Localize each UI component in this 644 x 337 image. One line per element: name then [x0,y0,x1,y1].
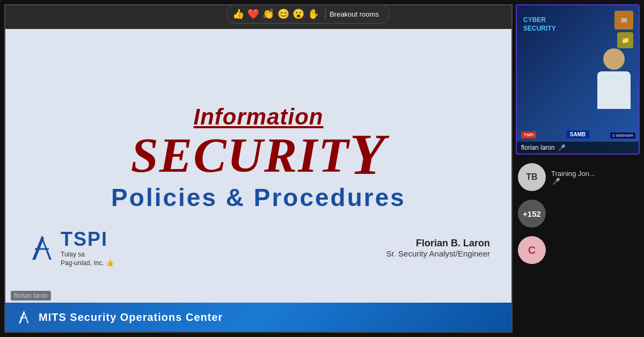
tspi-logo: TSPI Tulay sa Pag-unlad, Inc. 👍 [27,228,114,267]
tspi-tagline-line1: Tulay sa [61,251,114,259]
presenter-title: Sr. Security Analyst/Engineer [386,249,490,258]
slide-bottom: TSPI Tulay sa Pag-unlad, Inc. 👍 Florian … [27,228,490,273]
presenter-name: Florian B. Laron [386,238,490,249]
folder-icon-overlay: 📁 [617,32,633,48]
webinar-badge: S WEBINAR [610,133,635,138]
mic-icon-florian: 🎤 [558,144,566,151]
participant-name-bar-florian: florian laron 🎤 [517,142,639,153]
main-container: 👍 ❤️ 👏 😊 😮 ✋ Breakout rooms Information … [0,0,644,337]
avatar-plus152: +152 [518,200,546,228]
cyber-security-overlay: CYBER SECURITY [523,16,556,32]
breakout-rooms-button[interactable]: Breakout rooms [325,9,383,19]
tspi-text-block: TSPI Tulay sa Pag-unlad, Inc. 👍 [61,228,114,267]
wow-emoji[interactable]: 😮 [292,8,304,20]
participant-item-c[interactable]: C [516,232,640,268]
samb-badge: SAMB [566,130,589,138]
slide-title-security: SECURITY [131,130,386,179]
avatar-tb: TB [518,163,546,191]
presenter-info: Florian B. Laron Sr. Security Analyst/En… [386,238,490,258]
slide-content: Information SECURITY Policies & Procedur… [5,29,511,332]
right-panel: CYBER SECURITY ✉ 📁 TSPI SAMB [513,0,644,337]
presentation-area: 👍 ❤️ 👏 😊 😮 ✋ Breakout rooms Information … [4,4,513,333]
slide-title-information: Information [194,104,324,130]
video-overlay: CYBER SECURITY ✉ 📁 TSPI SAMB [517,5,639,153]
slide-banner: MITS Security Operations Center [5,303,511,332]
tspi-badge: TSPI [521,131,536,138]
mic-icon-tb: 🎤 [552,178,595,185]
person-figure [597,48,631,109]
tspi-tagline-line2: Pag-unlad, Inc. 👍 [61,259,114,268]
thumbs-up-emoji[interactable]: 👍 [232,8,244,20]
reaction-bar: 👍 ❤️ 👏 😊 😮 ✋ Breakout rooms [225,4,390,24]
participants-area: TB Training Jon... 🎤 +152 C [516,155,640,333]
smile-emoji[interactable]: 😊 [277,8,289,20]
participant-item-tb[interactable]: TB Training Jon... 🎤 [516,159,640,195]
clap-emoji[interactable]: 👏 [262,8,274,20]
heart-emoji[interactable]: ❤️ [247,8,259,20]
raise-hand-emoji[interactable]: ✋ [308,8,319,20]
participant-item-plus152[interactable]: +152 [516,195,640,232]
presenter-florian-label: florian laron [11,291,51,301]
participant-name-tb: Training Jon... [551,170,595,178]
banner-text: MITS Security Operations Center [39,311,223,324]
tspi-icon [27,233,56,262]
banner-tspi-icon [16,310,31,325]
participant-name-florian: florian laron [521,144,555,151]
slide-title-policies: Policies & Procedures [111,183,406,212]
tspi-name: TSPI [61,228,114,251]
avatar-c: C [518,236,546,264]
svg-marker-1 [42,236,52,260]
participant-video-florian[interactable]: CYBER SECURITY ✉ 📁 TSPI SAMB [516,4,640,155]
email-icon-overlay: ✉ [614,11,633,30]
